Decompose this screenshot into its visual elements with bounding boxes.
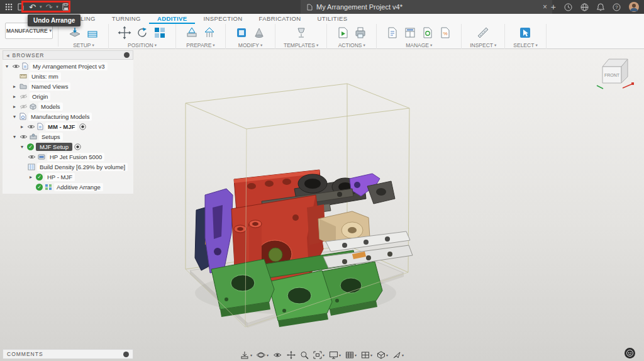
modify-form-icon[interactable]: [234, 25, 249, 40]
redo-icon[interactable]: [43, 1, 55, 13]
close-document-icon[interactable]: [543, 3, 547, 11]
look-at-icon[interactable]: [273, 351, 282, 359]
viewports-icon[interactable]: [361, 351, 372, 359]
file-export-icon[interactable]: [240, 351, 252, 359]
tree-item-label: Additive Arrange: [54, 183, 103, 191]
job-status-icon[interactable]: [562, 1, 575, 13]
pan-icon[interactable]: [287, 351, 296, 359]
toolbar-group-label[interactable]: ACTIONS: [338, 42, 365, 48]
radio-active-icon[interactable]: [74, 143, 81, 150]
tab-fabrication[interactable]: FABRICATION: [251, 14, 309, 24]
redo-caret-icon[interactable]: [55, 4, 60, 9]
expander-icon[interactable]: [19, 124, 25, 130]
viewcube-front-label[interactable]: FRONT: [604, 73, 620, 77]
radio-active-icon[interactable]: [79, 123, 86, 130]
eye-icon[interactable]: [27, 124, 35, 130]
view-cube[interactable]: FRONT: [594, 53, 638, 93]
select-icon[interactable]: [518, 25, 533, 40]
measure-icon[interactable]: [475, 25, 491, 40]
new-tab-plus-icon[interactable]: [548, 1, 558, 13]
toolbar-group-label[interactable]: INSPECT: [470, 42, 496, 48]
arrange-icon[interactable]: [152, 25, 167, 40]
eye-icon[interactable]: [19, 134, 28, 140]
document-tab[interactable]: My Arrangement Project v4*: [301, 0, 552, 14]
grid-icon[interactable]: [345, 351, 357, 359]
tree-item-named-views[interactable]: Named Views: [3, 81, 133, 91]
tree-item-additive-arrange[interactable]: Additive Arrange: [3, 182, 133, 192]
supports-icon[interactable]: [202, 25, 217, 40]
toolbar-group-label[interactable]: SELECT: [513, 42, 537, 48]
expander-icon[interactable]: [11, 134, 18, 140]
orbit-icon[interactable]: [257, 351, 269, 359]
tool-library-icon[interactable]: [402, 25, 418, 40]
help-icon[interactable]: ?: [610, 1, 623, 13]
expander-icon[interactable]: [11, 104, 18, 109]
expander-icon[interactable]: [4, 64, 10, 69]
tree-item-models[interactable]: Models: [3, 101, 133, 111]
tree-item-hp-mjf[interactable]: HP - MJF: [3, 172, 133, 182]
panel-toggle-icon[interactable]: [123, 352, 129, 357]
tree-item-mjf-setup[interactable]: MJF Setup: [3, 142, 133, 152]
tab-additive[interactable]: ADDITIVE: [149, 14, 196, 24]
assistant-button[interactable]: [625, 348, 635, 358]
template-icon[interactable]: [294, 25, 309, 40]
toolbar-group-label[interactable]: PREPARE: [186, 42, 214, 48]
expander-icon[interactable]: [11, 114, 18, 119]
print-icon[interactable]: [353, 25, 368, 40]
viewport-3d[interactable]: FRONT BROWSER My Arrangement Project v3: [0, 49, 644, 361]
zoom-icon[interactable]: [300, 351, 309, 359]
ncprogram-icon[interactable]: [385, 25, 400, 40]
tree-item-setups[interactable]: Setups: [3, 131, 133, 142]
rotate-icon[interactable]: [135, 25, 150, 40]
3d-part-purple-bracket[interactable]: [205, 189, 233, 273]
navigation-icon[interactable]: [392, 351, 404, 359]
post-library-icon[interactable]: %: [438, 25, 453, 40]
notifications-bell-icon[interactable]: [594, 1, 607, 13]
eye-icon[interactable]: [12, 64, 20, 69]
browser-header[interactable]: BROWSER: [3, 50, 133, 60]
tree-item-units[interactable]: Units: mm: [3, 71, 133, 81]
tree-item-build-density[interactable]: Build Density [6.29% by volume]: [3, 162, 133, 172]
toolbar-group-label[interactable]: MANAGE: [406, 42, 432, 48]
generate-icon[interactable]: [335, 25, 350, 40]
display-settings-icon[interactable]: [329, 351, 341, 359]
new-setup-icon[interactable]: [67, 25, 82, 40]
tree-item-manufacturing-models[interactable]: Manufacturing Models: [3, 111, 133, 121]
comments-panel[interactable]: COMMENTS: [3, 349, 133, 359]
tree-item-project[interactable]: My Arrangement Project v3: [3, 61, 133, 71]
panel-toggle-icon[interactable]: [124, 52, 130, 58]
tab-turning[interactable]: TURNING: [104, 14, 149, 24]
toolbar-group-label[interactable]: SETUP: [73, 42, 94, 48]
eye-off-icon[interactable]: [19, 94, 28, 99]
eye-off-icon[interactable]: [19, 104, 28, 109]
collapse-icon[interactable]: [6, 52, 10, 58]
expander-icon[interactable]: [11, 84, 18, 89]
visual-style-icon[interactable]: [377, 351, 388, 359]
file-icon[interactable]: [15, 1, 26, 13]
user-avatar[interactable]: [626, 1, 641, 13]
toolbar-group-modify: MODIFY: [226, 24, 275, 49]
expander-icon[interactable]: [28, 174, 34, 180]
machine-library-icon[interactable]: [420, 25, 435, 40]
eye-icon[interactable]: [28, 154, 36, 160]
toolbar-group-label[interactable]: TEMPLATES: [284, 42, 318, 48]
tree-item-mm-mjf[interactable]: MM - MJF: [3, 121, 133, 131]
additive-setup-icon[interactable]: [85, 25, 100, 40]
cone-icon[interactable]: [252, 25, 267, 40]
expander-icon[interactable]: [11, 94, 18, 99]
tree-item-origin[interactable]: Origin: [3, 91, 133, 101]
online-status-icon[interactable]: [578, 1, 591, 13]
app-grid-icon[interactable]: [3, 1, 15, 13]
tree-item-printer[interactable]: HP Jet Fusion 5000: [3, 152, 133, 162]
save-icon[interactable]: [60, 1, 72, 13]
toolbar-group-label[interactable]: MODIFY: [238, 42, 262, 48]
move-icon[interactable]: [117, 25, 132, 40]
fit-icon[interactable]: [313, 351, 325, 359]
tab-inspection[interactable]: INSPECTION: [195, 14, 250, 24]
undo-caret-icon[interactable]: [38, 4, 43, 9]
expander-icon[interactable]: [19, 144, 25, 150]
toolbar-group-label[interactable]: POSITION: [128, 42, 157, 48]
orientation-icon[interactable]: [184, 25, 199, 40]
tab-utilities[interactable]: UTILITIES: [309, 14, 356, 24]
undo-icon[interactable]: [26, 1, 38, 13]
